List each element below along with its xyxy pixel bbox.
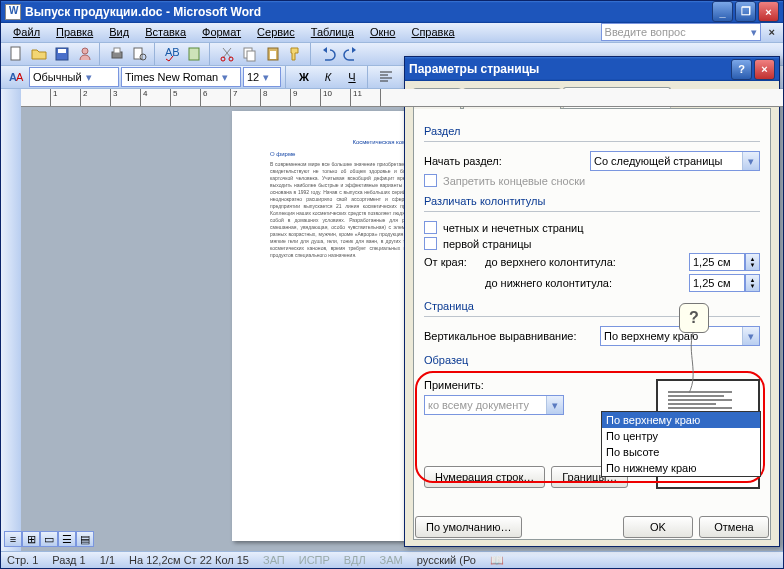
valign-option-top[interactable]: По верхнему краю <box>602 412 760 428</box>
restore-button[interactable]: ❐ <box>735 1 756 22</box>
header-distance-label: до верхнего колонтитула: <box>485 256 683 268</box>
svg-rect-0 <box>11 47 20 60</box>
first-page-checkbox[interactable] <box>424 237 437 250</box>
dialog-title: Параметры страницы <box>409 62 731 76</box>
header-distance-input[interactable] <box>689 253 745 271</box>
menu-file[interactable]: Файл <box>5 24 48 40</box>
preview-group-label: Образец <box>424 354 760 366</box>
footer-distance-label: до нижнего колонтитула: <box>485 277 683 289</box>
section-start-label: Начать раздел: <box>424 155 544 167</box>
redo-icon[interactable] <box>340 43 362 65</box>
section-start-select[interactable]: Со следующей страницы <box>590 151 760 171</box>
styles-pane-icon[interactable]: AA <box>5 66 27 88</box>
whats-this-tail <box>685 333 701 393</box>
web-view-icon[interactable]: ⊞ <box>22 531 40 547</box>
dialog-help-button[interactable]: ? <box>731 59 752 80</box>
section-group-label: Раздел <box>424 125 760 137</box>
cut-icon[interactable] <box>216 43 238 65</box>
spellcheck-icon[interactable]: ABC <box>161 43 183 65</box>
footer-distance-spinner[interactable]: ▲▼ <box>745 274 760 292</box>
minimize-button[interactable]: _ <box>712 1 733 22</box>
suppress-endnotes-checkbox[interactable] <box>424 174 437 187</box>
normal-view-icon[interactable]: ≡ <box>4 531 22 547</box>
svg-text:A: A <box>16 71 24 83</box>
svg-rect-5 <box>114 48 120 53</box>
print-preview-icon[interactable] <box>129 43 151 65</box>
valign-option-bottom[interactable]: По нижнему краю <box>602 460 760 476</box>
bold-button[interactable]: Ж <box>293 66 315 88</box>
valign-dropdown-list: По верхнему краю По центру По высоте По … <box>601 411 761 477</box>
svg-rect-9 <box>189 48 199 60</box>
cancel-button[interactable]: Отмена <box>699 516 769 538</box>
print-icon[interactable] <box>106 43 128 65</box>
align-left-icon[interactable] <box>375 66 397 88</box>
line-numbers-button[interactable]: Нумерация строк… <box>424 466 545 488</box>
new-doc-icon[interactable] <box>5 43 27 65</box>
reading-view-icon[interactable]: ▤ <box>76 531 94 547</box>
first-page-label: первой страницы <box>443 238 531 250</box>
research-icon[interactable] <box>184 43 206 65</box>
menu-view[interactable]: Вид <box>101 24 137 40</box>
outline-view-icon[interactable]: ☰ <box>58 531 76 547</box>
odd-even-label: четных и нечетных страниц <box>443 222 583 234</box>
window-title: Выпуск продукции.doc - Microsoft Word <box>25 5 712 19</box>
permissions-icon[interactable] <box>74 43 96 65</box>
svg-point-3 <box>82 48 88 54</box>
valign-option-justify[interactable]: По высоте <box>602 444 760 460</box>
page-setup-dialog: Параметры страницы ? × Поля Размер бумаг… <box>404 56 780 547</box>
menu-table[interactable]: Таблица <box>303 24 362 40</box>
suppress-endnotes-label: Запретить концевые сноски <box>443 175 585 187</box>
vertical-ruler <box>1 89 21 551</box>
format-painter-icon[interactable] <box>285 43 307 65</box>
help-question-input[interactable]: Введите вопрос <box>601 23 761 41</box>
status-section: Разд 1 <box>52 554 85 566</box>
status-ovr: ЗАМ <box>380 554 403 566</box>
status-ext: ВДЛ <box>344 554 366 566</box>
copy-icon[interactable] <box>239 43 261 65</box>
status-lang: русский (Ро <box>417 554 476 566</box>
app-titlebar: Выпуск продукции.doc - Microsoft Word _ … <box>1 1 783 23</box>
status-pages: 1/1 <box>100 554 115 566</box>
headers-group-label: Различать колонтитулы <box>424 195 760 207</box>
close-button[interactable]: × <box>758 1 779 22</box>
svg-rect-15 <box>270 51 276 59</box>
horizontal-ruler: 123 4567 891011 <box>21 89 783 107</box>
ok-button[interactable]: OK <box>623 516 693 538</box>
status-spellcheck-icon[interactable]: 📖 <box>490 554 504 567</box>
save-icon[interactable] <box>51 43 73 65</box>
menu-bar: Файл Правка Вид Вставка Формат Сервис Та… <box>1 23 783 43</box>
status-page: Стр. 1 <box>7 554 38 566</box>
status-position: На 12,2см Ст 22 Кол 15 <box>129 554 249 566</box>
valign-label: Вертикальное выравнивание: <box>424 330 594 342</box>
status-bar: Стр. 1 Разд 1 1/1 На 12,2см Ст 22 Кол 15… <box>1 551 783 568</box>
status-trk: ИСПР <box>299 554 330 566</box>
menu-edit[interactable]: Правка <box>48 24 101 40</box>
dialog-close-button[interactable]: × <box>754 59 775 80</box>
odd-even-checkbox[interactable] <box>424 221 437 234</box>
apply-select[interactable]: ко всему документу <box>424 395 564 415</box>
app-icon <box>5 4 21 20</box>
header-distance-spinner[interactable]: ▲▼ <box>745 253 760 271</box>
paste-icon[interactable] <box>262 43 284 65</box>
menu-insert[interactable]: Вставка <box>137 24 194 40</box>
default-button[interactable]: По умолчанию… <box>415 516 522 538</box>
open-icon[interactable] <box>28 43 50 65</box>
font-combo[interactable]: Times New Roman <box>121 67 241 87</box>
print-layout-icon[interactable]: ▭ <box>40 531 58 547</box>
font-size-combo[interactable]: 12 <box>243 67 281 87</box>
style-combo[interactable]: Обычный <box>29 67 119 87</box>
menu-format[interactable]: Формат <box>194 24 249 40</box>
menu-tools[interactable]: Сервис <box>249 24 303 40</box>
menu-help[interactable]: Справка <box>403 24 462 40</box>
footer-distance-input[interactable] <box>689 274 745 292</box>
italic-button[interactable]: К <box>317 66 339 88</box>
view-buttons: ≡ ⊞ ▭ ☰ ▤ <box>4 531 94 547</box>
menu-window[interactable]: Окно <box>362 24 404 40</box>
doc-close-button[interactable]: × <box>765 26 779 38</box>
valign-option-center[interactable]: По центру <box>602 428 760 444</box>
apply-label: Применить: <box>424 379 628 391</box>
underline-button[interactable]: Ч <box>341 66 363 88</box>
undo-icon[interactable] <box>317 43 339 65</box>
status-rec: ЗАП <box>263 554 285 566</box>
whats-this-balloon: ? <box>679 303 709 333</box>
